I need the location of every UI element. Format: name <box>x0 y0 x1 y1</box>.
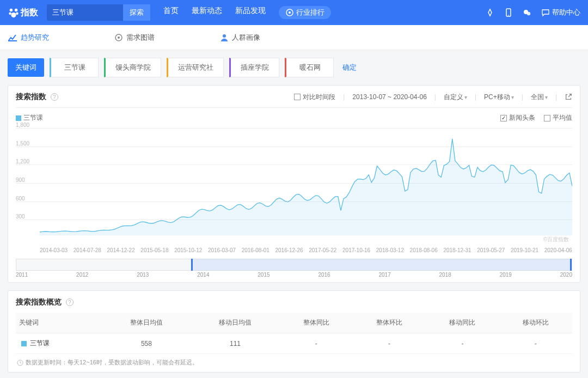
region-select[interactable]: 全国 <box>531 93 548 102</box>
panel-title: 搜索指数 <box>16 92 46 101</box>
svg-rect-11 <box>8 40 17 41</box>
search-input[interactable] <box>47 9 123 17</box>
summary-title: 搜索指数概览 <box>16 297 62 306</box>
search-index-panel: 搜索指数 ? 对比时间段 | 2013-10-07 ~ 2020-04-06 |… <box>8 85 580 283</box>
nav-home[interactable]: 首页 <box>163 6 179 19</box>
chat-icon <box>541 8 550 17</box>
news-headline-checkbox[interactable]: ✓新闻头条 <box>500 113 535 123</box>
brush-ticks: 2011201220132014201520162017201820192020 <box>16 271 572 278</box>
svg-point-6 <box>289 11 291 14</box>
search-box: 探索 <box>47 4 150 21</box>
keyword-bar: 关键词 三节课 馒头商学院 运营研究社 插座学院 暖石网 确定 <box>0 50 588 85</box>
brush-selection[interactable] <box>191 259 572 271</box>
chart-legend-row: 三节课 ✓新闻头条 平均值 <box>16 108 572 125</box>
clock-icon <box>17 359 23 366</box>
keyword-1[interactable]: 三节课 <box>50 58 99 77</box>
target-icon <box>114 33 123 42</box>
keyword-2[interactable]: 馒头商学院 <box>104 58 161 77</box>
panel-header: 搜索指数 ? 对比时间段 | 2013-10-07 ~ 2020-04-06 |… <box>16 92 572 108</box>
panel-options: 对比时间段 | 2013-10-07 ~ 2020-04-06 | 自定义 | … <box>294 93 572 102</box>
confirm-link[interactable]: 确定 <box>342 63 357 72</box>
target-icon <box>285 8 294 17</box>
keyword-3[interactable]: 运营研究社 <box>167 58 224 77</box>
svg-point-4 <box>11 13 16 17</box>
keyword-5[interactable]: 暖石网 <box>285 58 334 77</box>
logo-text: 指数 <box>21 7 38 19</box>
sub-nav: 趋势研究 需求图谱 人群画像 <box>0 25 588 50</box>
time-brush[interactable] <box>16 259 572 271</box>
subnav-trend[interactable]: 趋势研究 <box>8 33 49 42</box>
trend-icon <box>8 33 17 42</box>
svg-point-2 <box>9 13 11 15</box>
summary-table: 关键词整体日均值移动日均值整体同比整体环比移动同比移动环比 三节课558111-… <box>16 313 572 354</box>
svg-point-10 <box>527 12 530 15</box>
help-icon[interactable]: ? <box>51 93 58 101</box>
line-chart[interactable] <box>40 128 572 236</box>
mobile-icon[interactable] <box>504 8 513 17</box>
baidu-paw-icon <box>8 7 20 19</box>
svg-point-14 <box>223 34 226 38</box>
share-icon[interactable] <box>565 93 572 101</box>
nav-pill-label: 行业排行 <box>296 8 324 17</box>
header-right: 帮助中心 <box>486 8 580 17</box>
custom-select[interactable]: 自定义 <box>444 93 467 102</box>
keyword-chip-label: 关键词 <box>8 58 44 77</box>
search-button[interactable]: 探索 <box>123 4 150 21</box>
help-icon[interactable]: ? <box>66 298 74 306</box>
svg-point-8 <box>508 15 509 16</box>
x-axis: 2014-03-032014-07-282014-12-222015-05-18… <box>40 247 572 253</box>
person-icon <box>220 33 229 42</box>
legend-label: 三节课 <box>23 113 43 123</box>
help-link[interactable]: 帮助中心 <box>541 8 580 17</box>
average-checkbox[interactable]: 平均值 <box>544 113 572 123</box>
device-select[interactable]: PC+移动 <box>484 93 514 102</box>
table-row: 三节课558111---- <box>16 333 572 354</box>
chart-area: 3006009001,2001,5001,800 ©百度指数 2014-03-0… <box>16 128 572 253</box>
compare-period-checkbox[interactable]: 对比时间段 <box>294 93 335 102</box>
svg-point-0 <box>10 9 13 12</box>
svg-point-1 <box>15 9 18 12</box>
nav-industry-rank[interactable]: 行业排行 <box>279 6 331 19</box>
svg-point-3 <box>16 13 19 15</box>
logo: 指数 <box>8 7 38 19</box>
legend-swatch <box>16 115 21 121</box>
keyword-4[interactable]: 插座学院 <box>229 58 279 77</box>
summary-panel: 搜索指数概览 ? 关键词整体日均值移动日均值整体同比整体环比移动同比移动环比 三… <box>8 290 580 373</box>
top-nav: 首页 最新动态 新品发现 行业排行 <box>163 6 331 19</box>
date-range[interactable]: 2013-10-07 ~ 2020-04-06 <box>352 93 426 101</box>
nav-discover[interactable]: 新品发现 <box>235 6 266 19</box>
footer-note: 数据更新时间：每天12~16时，受数据波动影响，可能会有延迟。 <box>16 354 572 368</box>
subnav-demand[interactable]: 需求图谱 <box>114 33 155 42</box>
nav-news[interactable]: 最新动态 <box>192 6 222 19</box>
subnav-profile[interactable]: 人群画像 <box>220 33 260 42</box>
svg-point-13 <box>118 36 120 39</box>
watermark: ©百度指数 <box>543 236 569 243</box>
wechat-icon[interactable] <box>523 8 531 17</box>
top-header: 指数 探索 首页 最新动态 新品发现 行业排行 帮助中心 <box>0 0 588 25</box>
code-icon[interactable] <box>486 8 494 17</box>
